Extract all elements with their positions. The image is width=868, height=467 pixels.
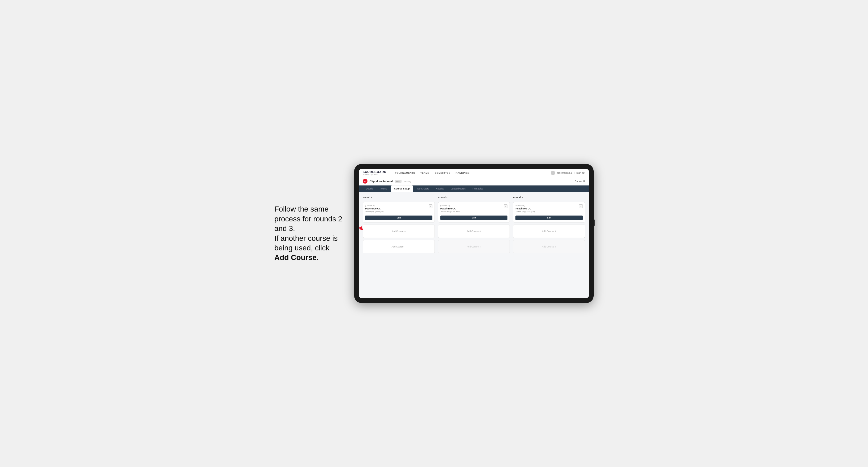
plus-icon-2: + [404, 245, 406, 248]
course-card-header: (Course A) Peachtree GC Yellow (M) (6629… [365, 205, 432, 214]
add-course-label-4: Add Course [467, 245, 479, 248]
tablet-screen: SCOREBOARD Powered by clippd TOURNAMENTS… [359, 169, 589, 298]
round-3-course-card: (Course A) Peachtree GC Yellow (M) (6629… [513, 202, 585, 222]
add-course-text-1: Add Course + [392, 230, 406, 233]
instruction-bold: Add Course. [274, 253, 318, 261]
round-1-course-card: (Course A) Peachtree GC Yellow (M) (6629… [363, 202, 435, 222]
course-a-label-3: (Course A) [516, 205, 535, 207]
course-name-3: Peachtree GC [516, 207, 535, 210]
edit-course-button-2[interactable]: Edit [440, 216, 508, 220]
tab-tee-groups[interactable]: Tee Groups [413, 185, 432, 192]
plus-icon-1: + [404, 230, 406, 233]
add-course-label-6: Add Course [542, 245, 554, 248]
add-course-card-3[interactable]: Add Course + [438, 225, 510, 238]
tablet-frame: SCOREBOARD Powered by clippd TOURNAMENTS… [354, 164, 594, 303]
add-course-text-6: Add Course + [542, 245, 556, 248]
tab-course-setup[interactable]: Course Setup [391, 185, 413, 192]
powered-by-text: Powered by clippd [363, 174, 386, 175]
main-content: Round 1 (Course A) Peachtree GC Yellow (… [359, 192, 589, 298]
nav-rankings[interactable]: RANKINGS [455, 170, 470, 175]
add-course-text-3: Add Course + [467, 230, 481, 233]
add-course-label-5: Add Course [542, 230, 554, 232]
rounds-container: Round 1 (Course A) Peachtree GC Yellow (… [363, 196, 585, 253]
tournament-info: C Clippd Invitational Men Hosting [363, 179, 411, 184]
round-2-title: Round 2 [438, 196, 510, 199]
nav-tournaments[interactable]: TOURNAMENTS [394, 170, 415, 175]
course-info: (Course A) Peachtree GC Yellow (M) (6629… [365, 205, 384, 214]
add-course-card-4: Add Course + [438, 240, 510, 253]
cancel-label: Cancel [575, 180, 582, 183]
sign-out-link[interactable]: Sign out [576, 172, 585, 174]
add-course-card-6: Add Course + [513, 240, 585, 253]
course-details-2: Yellow (M) (6629 yds) [440, 210, 460, 213]
scoreboard-logo: SCOREBOARD Powered by clippd [363, 170, 386, 175]
annotation-arrow [359, 222, 366, 238]
course-name-2: Peachtree GC [440, 207, 460, 210]
nav-right: blair@clippd.io | Sign out [551, 171, 585, 175]
tab-bar: Details Teams Course Setup Tee Groups Re… [359, 185, 589, 192]
plus-icon-3: + [479, 230, 481, 233]
add-course-card-2[interactable]: Add Course + [363, 240, 435, 253]
course-details: Yellow (M) (6629 yds) [365, 210, 384, 213]
course-info-2: (Course A) Peachtree GC Yellow (M) (6629… [440, 205, 460, 214]
tablet-power-button [594, 220, 595, 226]
nav-committee[interactable]: COMMITTEE [434, 170, 451, 175]
tab-printables[interactable]: Printables [469, 185, 487, 192]
cancel-button[interactable]: Cancel ✕ [575, 180, 585, 183]
top-nav: SCOREBOARD Powered by clippd TOURNAMENTS… [359, 169, 589, 177]
add-course-card-5[interactable]: Add Course + [513, 225, 585, 238]
delete-course-button-3[interactable]: × [579, 205, 583, 208]
course-info-3: (Course A) Peachtree GC Yellow (M) (6629… [516, 205, 535, 214]
add-course-text-5: Add Course + [542, 230, 556, 233]
round-1-title: Round 1 [363, 196, 435, 199]
course-a-label-2: (Course A) [440, 205, 460, 207]
sub-header: C Clippd Invitational Men Hosting Cancel… [359, 177, 589, 185]
close-icon: ✕ [583, 180, 585, 183]
instruction-block: Follow the same process for rounds 2 and… [274, 205, 344, 262]
user-email: blair@clippd.io [557, 172, 572, 174]
round-2-column: Round 2 (Course A) Peachtree GC Yellow (… [438, 196, 510, 253]
course-card-header-2: (Course A) Peachtree GC Yellow (M) (6629… [440, 205, 508, 214]
course-a-label: (Course A) [365, 205, 384, 207]
nav-teams[interactable]: TEAMS [420, 170, 430, 175]
add-course-card-1[interactable]: Add Course + [363, 225, 435, 238]
page-container: Follow the same process for rounds 2 and… [274, 164, 594, 303]
instruction-text: Follow the same process for rounds 2 and… [274, 205, 342, 261]
add-course-label-2: Add Course [392, 245, 403, 248]
plus-icon-5: + [555, 230, 556, 233]
delete-course-button[interactable]: × [429, 205, 432, 208]
plus-icon-6: + [555, 245, 556, 248]
round-3-column: Round 3 (Course A) Peachtree GC Yellow (… [513, 196, 585, 253]
edit-course-button[interactable]: Edit [365, 216, 432, 220]
tab-leaderboards[interactable]: Leaderboards [447, 185, 469, 192]
tab-details[interactable]: Details [363, 185, 376, 192]
tab-results[interactable]: Results [433, 185, 447, 192]
add-course-label-3: Add Course [467, 230, 479, 232]
course-card-header-3: (Course A) Peachtree GC Yellow (M) (6629… [516, 205, 583, 214]
user-avatar [551, 171, 555, 175]
logo-text: SCOREBOARD [363, 170, 386, 174]
logo-letter: C [364, 180, 366, 183]
tournament-name: Clippd Invitational [370, 180, 393, 183]
add-course-text-4: Add Course + [467, 245, 481, 248]
add-course-text-2: Add Course + [392, 245, 406, 248]
course-details-3: Yellow (M) (6629 yds) [516, 210, 535, 213]
hosting-badge: Hosting [404, 180, 411, 183]
tournament-gender-badge: Men [395, 180, 402, 183]
nav-links: TOURNAMENTS TEAMS COMMITTEE RANKINGS [394, 170, 546, 175]
round-1-column: Round 1 (Course A) Peachtree GC Yellow (… [363, 196, 435, 253]
tournament-logo: C [363, 179, 368, 184]
tab-teams[interactable]: Teams [377, 185, 391, 192]
plus-icon-4: + [479, 245, 481, 248]
round-2-course-card: (Course A) Peachtree GC Yellow (M) (6629… [438, 202, 510, 222]
round-3-title: Round 3 [513, 196, 585, 199]
course-name: Peachtree GC [365, 207, 384, 210]
add-course-label-1: Add Course [392, 230, 403, 232]
edit-course-button-3[interactable]: Edit [516, 216, 583, 220]
nav-divider: | [574, 172, 575, 174]
delete-course-button-2[interactable]: × [504, 205, 507, 208]
